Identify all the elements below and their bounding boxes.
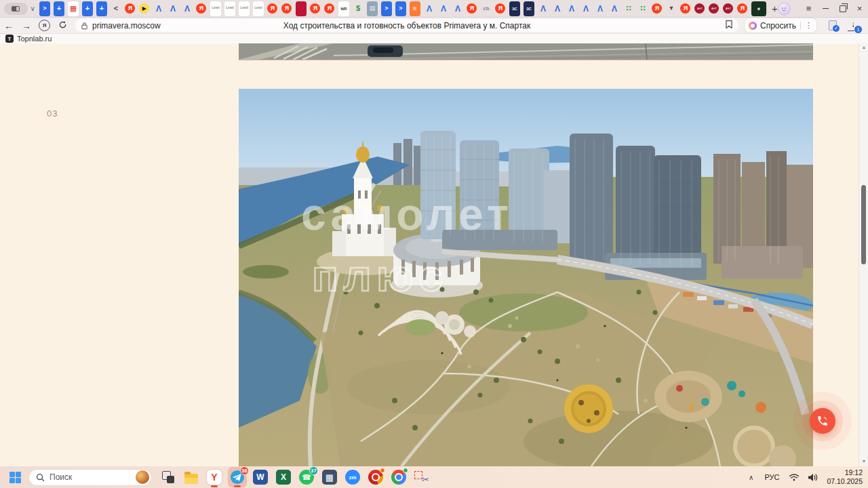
tab-favicon-yandex[interactable]: Я [652,3,663,15]
back-button[interactable]: ← [0,20,18,31]
tab-favicon-dots[interactable]: ∷ [637,3,648,15]
tab-favicon-angle[interactable]: < [111,3,121,15]
tab-favicon-ant[interactable]: АНТ [723,3,734,15]
tab-favicon-peak[interactable]: Λ [538,3,549,15]
taskbar-chrome-red[interactable] [366,467,385,487]
taskbar-word[interactable]: W [251,467,270,487]
tab-favicon-grayblue[interactable]: ▤ [367,3,378,15]
hidden-icons-button[interactable]: ∧ [749,474,753,481]
tab-favicon-yandex[interactable]: Я [324,3,335,15]
tab-favicon-sber[interactable]: $ [353,3,363,15]
page-scrollbar[interactable]: ▲ ▼ [859,43,868,466]
minimize-button[interactable] [817,0,834,18]
tab-favicon-yandex[interactable]: Я [267,3,278,15]
tab-favicon-yandex[interactable]: Я [680,3,691,15]
windows-logo-icon [9,472,21,483]
tab-favicon-blue-plus[interactable]: + [96,3,107,15]
taskbar-search[interactable]: Поиск [28,469,152,486]
tab-favicon-blue-arrow[interactable]: > [39,3,50,15]
search-widget-thumbnail[interactable] [136,470,149,484]
tab-favicon-peak[interactable]: Λ [595,3,606,15]
tab-list-chevron-icon[interactable]: ∨ [31,5,35,12]
tab-favicon-music[interactable]: ▶ [139,3,150,15]
bookmark-label: Topnlab.ru [17,35,52,43]
volume-icon[interactable] [808,473,818,482]
tab-favicon-peak[interactable]: Λ [452,3,463,15]
address-bar[interactable]: primavera.moscow Ход строительства и гот… [75,19,738,32]
taskbar-chrome[interactable] [389,467,408,487]
taskbar-snipping-tool[interactable]: ✂ [412,467,431,487]
profile-avatar[interactable] [778,2,791,16]
tab-favicon-peak[interactable]: Λ [609,3,620,15]
url-text[interactable]: primavera.moscow [92,21,161,30]
tab-favicon-peak[interactable]: Λ [424,3,435,15]
tab-favicon-level[interactable]: Level [239,3,250,15]
tab-favicon-calculator[interactable]: ▦ [68,3,79,15]
tab-favicon-peak[interactable]: Λ [566,3,577,15]
construction-aerial-photo: самолет плюс [239,89,813,466]
scroll-up-arrow[interactable]: ▲ [859,45,868,49]
tab-favicon-level[interactable]: Level [224,3,235,15]
scroll-down-arrow[interactable]: ▼ [859,459,868,464]
tab-favicon-primavera[interactable]: • [751,3,766,15]
tab-favicon-ob[interactable]: cb [481,3,492,15]
taskbar-whatsapp[interactable]: ☎37 [297,467,316,487]
bookmark-flag-icon[interactable] [725,20,733,32]
menu-button[interactable]: ≡ [800,0,817,18]
tab-favicon-yandex[interactable]: Я [310,3,321,15]
tab-favicon-ant[interactable]: АНТ [694,3,705,15]
new-tab-button[interactable]: + [772,3,778,14]
refresh-button[interactable] [54,20,71,31]
tab-favicon-darkred[interactable] [296,3,307,15]
language-indicator[interactable]: РУС [764,473,779,481]
downloads-button[interactable]: ↓ 1 [848,20,859,31]
zs-icon: ЗС [524,1,534,16]
ask-alice-button[interactable]: Спросить ⋮ [744,18,817,33]
restore-button[interactable] [834,0,851,18]
taskbar-task-view[interactable] [159,467,178,487]
callback-phone-button[interactable] [810,408,835,434]
tab-favicon-yandex[interactable]: Я [196,3,207,15]
tab-favicon-peak[interactable]: Λ [552,3,563,15]
tab-favicon-blue-arrow[interactable]: > [395,3,406,15]
tab-favicon-blue-arrow[interactable]: > [381,3,392,15]
more-options-icon[interactable]: ⋮ [805,21,812,30]
taskbar-yandex-browser[interactable]: Y [205,467,224,487]
bookmark-item[interactable]: T Topnlab.ru [5,35,52,43]
tab-favicon-peak[interactable]: Λ [153,3,164,15]
tab-favicon-yandex[interactable]: Я [467,3,477,15]
taskbar-explorer[interactable] [182,467,201,487]
scrollbar-thumb[interactable] [861,185,866,264]
extension-button[interactable]: ✓ [828,20,838,30]
forward-button[interactable]: → [18,20,35,31]
tab-favicon-yandex[interactable]: Я [125,3,136,15]
tab-favicon-nr[interactable]: NR [338,3,349,15]
wifi-icon[interactable] [789,473,800,481]
tab-favicon-blue-plus[interactable]: + [54,3,64,15]
tab-favicon-zs[interactable]: ЗС [509,3,520,15]
tab-favicon-yandex[interactable]: Я [495,3,506,15]
tab-favicon-orange[interactable]: ≡ [410,3,420,15]
tab-favicon-zs[interactable]: ЗС [524,3,534,15]
tab-favicon-peak[interactable]: Λ [438,3,449,15]
tab-favicon-peak[interactable]: Λ [580,3,591,15]
tab-favicon-yandex[interactable]: Я [281,3,292,15]
close-button[interactable]: × [851,0,868,18]
taskbar-zoom[interactable]: zm [343,467,362,487]
tab-favicon-dots[interactable]: ∷ [623,3,634,15]
sidebar-panel-button[interactable] [4,3,28,15]
tab-favicon-level[interactable]: Level [210,3,221,15]
taskbar-clock[interactable]: 19:12 07.10.2025 [827,468,863,486]
tab-favicon-funnel[interactable]: ▼ [666,3,677,15]
tab-favicon-peak[interactable]: Λ [182,3,193,15]
tab-favicon-ant[interactable]: АНТ [709,3,719,15]
taskbar-telegram[interactable]: 36 [228,467,247,487]
tab-favicon-yandex[interactable]: Я [737,3,748,15]
tab-favicon-peak[interactable]: Λ [167,3,178,15]
start-button[interactable] [7,469,23,485]
yandex-home-button[interactable]: Я [39,20,50,31]
tab-favicon-blue-plus[interactable]: + [82,3,93,15]
taskbar-excel[interactable]: X [274,467,293,487]
taskbar-calculator[interactable]: ▦ [320,467,339,487]
tab-favicon-level[interactable]: Level [253,3,264,15]
